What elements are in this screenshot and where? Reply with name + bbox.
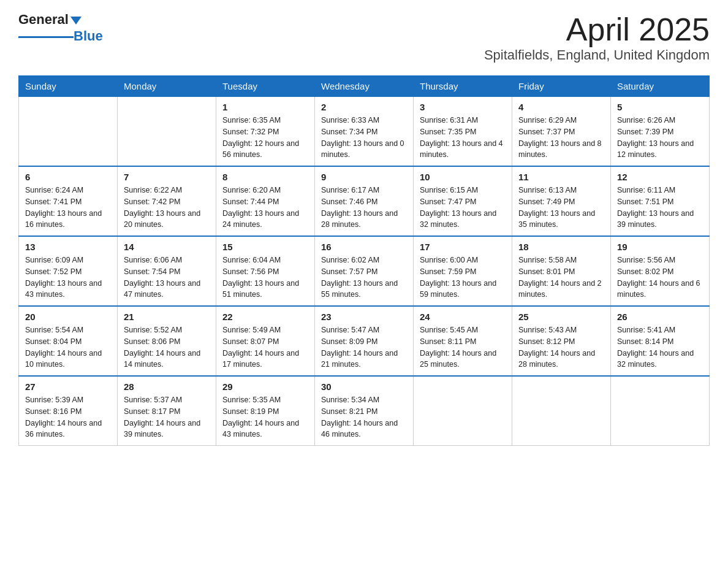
week-row-1: 1Sunrise: 6:35 AM Sunset: 7:32 PM Daylig… [19, 97, 710, 167]
header-cell-sunday: Sunday [19, 76, 118, 97]
day-info: Sunrise: 6:26 AM Sunset: 7:39 PM Dayligh… [617, 115, 703, 161]
calendar-cell: 11Sunrise: 6:13 AM Sunset: 7:49 PM Dayli… [512, 166, 611, 236]
title-block: April 2025 Spitalfields, England, United… [484, 12, 710, 63]
calendar-cell: 5Sunrise: 6:26 AM Sunset: 7:39 PM Daylig… [611, 97, 710, 167]
day-info: Sunrise: 5:45 AM Sunset: 8:11 PM Dayligh… [420, 324, 506, 370]
day-number: 13 [25, 242, 111, 252]
day-info: Sunrise: 6:15 AM Sunset: 7:47 PM Dayligh… [420, 185, 506, 231]
day-info: Sunrise: 6:33 AM Sunset: 7:34 PM Dayligh… [321, 115, 407, 161]
day-number: 19 [617, 242, 703, 252]
day-info: Sunrise: 6:06 AM Sunset: 7:54 PM Dayligh… [124, 255, 210, 301]
day-info: Sunrise: 6:00 AM Sunset: 7:59 PM Dayligh… [420, 255, 506, 301]
calendar-cell: 15Sunrise: 6:04 AM Sunset: 7:56 PM Dayli… [216, 236, 315, 306]
calendar-cell [512, 376, 611, 446]
calendar-cell: 29Sunrise: 5:35 AM Sunset: 8:19 PM Dayli… [216, 376, 315, 446]
calendar-cell: 22Sunrise: 5:49 AM Sunset: 8:07 PM Dayli… [216, 306, 315, 376]
calendar-cell: 10Sunrise: 6:15 AM Sunset: 7:47 PM Dayli… [414, 166, 512, 236]
day-number: 8 [222, 172, 308, 182]
calendar-cell: 14Sunrise: 6:06 AM Sunset: 7:54 PM Dayli… [118, 236, 216, 306]
calendar-cell: 4Sunrise: 6:29 AM Sunset: 7:37 PM Daylig… [512, 97, 611, 167]
day-number: 7 [124, 172, 210, 182]
day-info: Sunrise: 6:13 AM Sunset: 7:49 PM Dayligh… [518, 185, 604, 231]
day-number: 10 [420, 172, 506, 182]
calendar-cell: 21Sunrise: 5:52 AM Sunset: 8:06 PM Dayli… [118, 306, 216, 376]
day-number: 1 [222, 102, 308, 112]
day-number: 29 [222, 381, 308, 392]
week-row-4: 20Sunrise: 5:54 AM Sunset: 8:04 PM Dayli… [19, 306, 710, 376]
day-number: 20 [25, 312, 111, 322]
day-info: Sunrise: 5:58 AM Sunset: 8:01 PM Dayligh… [518, 255, 604, 301]
calendar-cell [414, 376, 512, 446]
week-row-2: 6Sunrise: 6:24 AM Sunset: 7:41 PM Daylig… [19, 166, 710, 236]
calendar-cell: 1Sunrise: 6:35 AM Sunset: 7:32 PM Daylig… [216, 97, 315, 167]
day-number: 25 [518, 312, 604, 322]
day-info: Sunrise: 5:39 AM Sunset: 8:16 PM Dayligh… [25, 394, 111, 440]
day-info: Sunrise: 5:35 AM Sunset: 8:19 PM Dayligh… [222, 394, 308, 440]
calendar-cell: 13Sunrise: 6:09 AM Sunset: 7:52 PM Dayli… [19, 236, 118, 306]
calendar-cell: 26Sunrise: 5:41 AM Sunset: 8:14 PM Dayli… [611, 306, 710, 376]
logo-line [18, 36, 74, 38]
day-number: 12 [617, 172, 703, 182]
calendar-cell [118, 97, 216, 167]
calendar-body: 1Sunrise: 6:35 AM Sunset: 7:32 PM Daylig… [19, 97, 710, 446]
day-info: Sunrise: 5:52 AM Sunset: 8:06 PM Dayligh… [124, 324, 210, 370]
day-info: Sunrise: 6:09 AM Sunset: 7:52 PM Dayligh… [25, 255, 111, 301]
calendar-cell: 17Sunrise: 6:00 AM Sunset: 7:59 PM Dayli… [414, 236, 512, 306]
calendar-cell: 6Sunrise: 6:24 AM Sunset: 7:41 PM Daylig… [19, 166, 118, 236]
day-info: Sunrise: 6:20 AM Sunset: 7:44 PM Dayligh… [222, 185, 308, 231]
logo: General Blue [18, 12, 103, 44]
day-info: Sunrise: 5:37 AM Sunset: 8:17 PM Dayligh… [124, 394, 210, 440]
day-info: Sunrise: 6:02 AM Sunset: 7:57 PM Dayligh… [321, 255, 407, 301]
day-number: 23 [321, 312, 407, 322]
calendar-header: SundayMondayTuesdayWednesdayThursdayFrid… [19, 76, 710, 97]
calendar-cell: 24Sunrise: 5:45 AM Sunset: 8:11 PM Dayli… [414, 306, 512, 376]
day-info: Sunrise: 6:17 AM Sunset: 7:46 PM Dayligh… [321, 185, 407, 231]
day-number: 26 [617, 312, 703, 322]
calendar-cell [19, 97, 118, 167]
logo-blue-text: Blue [74, 28, 103, 44]
calendar-cell: 12Sunrise: 6:11 AM Sunset: 7:51 PM Dayli… [611, 166, 710, 236]
day-number: 16 [321, 242, 407, 252]
day-number: 24 [420, 312, 506, 322]
calendar-cell: 2Sunrise: 6:33 AM Sunset: 7:34 PM Daylig… [315, 97, 414, 167]
day-info: Sunrise: 5:49 AM Sunset: 8:07 PM Dayligh… [222, 324, 308, 370]
header-cell-tuesday: Tuesday [216, 76, 315, 97]
calendar-cell: 25Sunrise: 5:43 AM Sunset: 8:12 PM Dayli… [512, 306, 611, 376]
day-number: 30 [321, 381, 407, 392]
calendar-cell: 8Sunrise: 6:20 AM Sunset: 7:44 PM Daylig… [216, 166, 315, 236]
calendar-subtitle: Spitalfields, England, United Kingdom [484, 47, 710, 63]
day-number: 11 [518, 172, 604, 182]
day-info: Sunrise: 6:22 AM Sunset: 7:42 PM Dayligh… [124, 185, 210, 231]
header-cell-thursday: Thursday [414, 76, 512, 97]
day-info: Sunrise: 5:43 AM Sunset: 8:12 PM Dayligh… [518, 324, 604, 370]
calendar-cell: 19Sunrise: 5:56 AM Sunset: 8:02 PM Dayli… [611, 236, 710, 306]
calendar-cell: 20Sunrise: 5:54 AM Sunset: 8:04 PM Dayli… [19, 306, 118, 376]
header-row: SundayMondayTuesdayWednesdayThursdayFrid… [19, 76, 710, 97]
calendar-cell: 27Sunrise: 5:39 AM Sunset: 8:16 PM Dayli… [19, 376, 118, 446]
calendar-cell: 3Sunrise: 6:31 AM Sunset: 7:35 PM Daylig… [414, 97, 512, 167]
calendar-cell: 7Sunrise: 6:22 AM Sunset: 7:42 PM Daylig… [118, 166, 216, 236]
week-row-5: 27Sunrise: 5:39 AM Sunset: 8:16 PM Dayli… [19, 376, 710, 446]
calendar-cell [611, 376, 710, 446]
day-info: Sunrise: 6:31 AM Sunset: 7:35 PM Dayligh… [420, 115, 506, 161]
calendar-cell: 18Sunrise: 5:58 AM Sunset: 8:01 PM Dayli… [512, 236, 611, 306]
calendar-cell: 30Sunrise: 5:34 AM Sunset: 8:21 PM Dayli… [315, 376, 414, 446]
day-info: Sunrise: 6:35 AM Sunset: 7:32 PM Dayligh… [222, 115, 308, 161]
day-number: 4 [518, 102, 604, 112]
day-number: 28 [124, 381, 210, 392]
calendar-title: April 2025 [484, 12, 710, 47]
day-info: Sunrise: 6:04 AM Sunset: 7:56 PM Dayligh… [222, 255, 308, 301]
calendar-cell: 9Sunrise: 6:17 AM Sunset: 7:46 PM Daylig… [315, 166, 414, 236]
day-info: Sunrise: 5:56 AM Sunset: 8:02 PM Dayligh… [617, 255, 703, 301]
day-info: Sunrise: 5:41 AM Sunset: 8:14 PM Dayligh… [617, 324, 703, 370]
day-number: 17 [420, 242, 506, 252]
calendar-cell: 28Sunrise: 5:37 AM Sunset: 8:17 PM Dayli… [118, 376, 216, 446]
calendar-table: SundayMondayTuesdayWednesdayThursdayFrid… [18, 75, 710, 446]
day-info: Sunrise: 6:24 AM Sunset: 7:41 PM Dayligh… [25, 185, 111, 231]
day-number: 15 [222, 242, 308, 252]
header-cell-monday: Monday [118, 76, 216, 97]
day-info: Sunrise: 5:47 AM Sunset: 8:09 PM Dayligh… [321, 324, 407, 370]
day-number: 27 [25, 381, 111, 392]
day-info: Sunrise: 6:29 AM Sunset: 7:37 PM Dayligh… [518, 115, 604, 161]
day-number: 2 [321, 102, 407, 112]
